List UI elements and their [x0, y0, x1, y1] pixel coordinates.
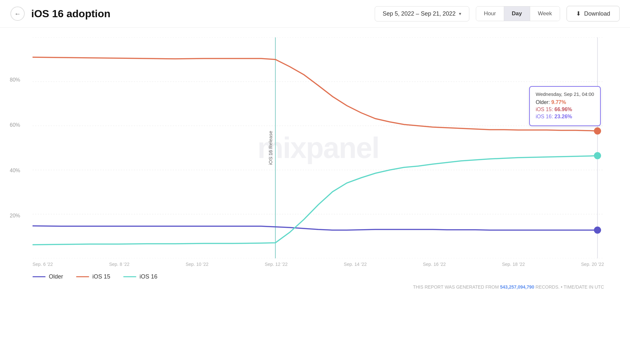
- y-label-20: 20%: [10, 213, 20, 219]
- download-button[interactable]: ⬇ Download: [567, 6, 620, 21]
- back-button[interactable]: ←: [10, 6, 25, 21]
- chart-svg: iOS 16 Release: [33, 37, 604, 258]
- footer-suffix: RECORDS. • TIME/DATE IN UTC: [535, 284, 604, 290]
- page-header: ← iOS 16 adoption Sep 5, 2022 – Sep 21, …: [0, 0, 630, 28]
- legend-item-older: Older: [33, 273, 63, 280]
- tooltip-ios15-value: 66.96%: [555, 107, 572, 112]
- granularity-hour-button[interactable]: Hour: [476, 6, 504, 21]
- page-title: iOS 16 adoption: [31, 8, 368, 20]
- download-icon: ⬇: [576, 10, 581, 17]
- x-label-1: Sep. 8 '22: [109, 262, 129, 267]
- date-range-label: Sep 5, 2022 – Sep 21, 2022: [383, 10, 456, 17]
- tooltip-ios16-row: iOS 16: 23.26%: [536, 114, 594, 120]
- tooltip-title: Wednesday, Sep 21, 04:00: [536, 91, 594, 97]
- x-label-0: Sep. 6 '22: [33, 262, 53, 267]
- x-label-3: Sep. 12 '22: [265, 262, 288, 267]
- granularity-day-button[interactable]: Day: [504, 6, 530, 21]
- legend-label-ios15: iOS 15: [92, 273, 110, 280]
- tooltip-older-value: 9.77%: [551, 99, 566, 105]
- x-label-7: Sep. 20 '22: [581, 262, 604, 267]
- chart-legend: Older iOS 15 iOS 16: [33, 267, 604, 283]
- granularity-week-button[interactable]: Week: [530, 6, 560, 21]
- svg-point-9: [594, 127, 601, 135]
- x-label-4: Sep. 14 '22: [344, 262, 367, 267]
- date-range-button[interactable]: Sep 5, 2022 – Sep 21, 2022 ▾: [375, 6, 469, 21]
- y-label-80: 80%: [10, 77, 20, 83]
- chevron-down-icon: ▾: [459, 11, 461, 16]
- svg-point-11: [594, 227, 601, 234]
- x-axis: Sep. 6 '22 Sep. 8 '22 Sep. 10 '22 Sep. 1…: [33, 258, 604, 267]
- tooltip-older-label: Older:: [536, 99, 550, 105]
- tooltip-ios16-label: iOS 16:: [536, 114, 553, 119]
- footer-records: 543,257,094,790: [500, 284, 534, 290]
- legend-line-older: [33, 276, 46, 277]
- x-label-5: Sep. 16 '22: [423, 262, 446, 267]
- legend-line-ios15: [76, 276, 89, 277]
- x-label-2: Sep. 10 '22: [186, 262, 208, 267]
- legend-item-ios15: iOS 15: [76, 273, 110, 280]
- legend-label-older: Older: [49, 273, 63, 280]
- svg-text:iOS 16 Release: iOS 16 Release: [268, 131, 273, 165]
- chart-area: 80% 60% 40% 20% mixpanel iOS 16 Release: [33, 37, 604, 258]
- chart-tooltip: Wednesday, Sep 21, 04:00 Older: 9.77% iO…: [529, 86, 601, 126]
- x-label-6: Sep. 18 '22: [502, 262, 525, 267]
- y-label-60: 60%: [10, 122, 20, 128]
- download-label: Download: [584, 10, 610, 17]
- legend-line-ios16: [123, 276, 136, 277]
- chart-container: 80% 60% 40% 20% mixpanel iOS 16 Release: [0, 28, 630, 281]
- tooltip-older-row: Older: 9.77%: [536, 99, 594, 105]
- legend-label-ios16: iOS 16: [140, 273, 157, 280]
- tooltip-ios16-value: 23.26%: [555, 114, 572, 119]
- y-label-40: 40%: [10, 168, 20, 174]
- tooltip-ios15-label: iOS 15:: [536, 107, 553, 112]
- granularity-group: Hour Day Week: [476, 6, 560, 21]
- y-axis: 80% 60% 40% 20%: [10, 37, 20, 258]
- svg-point-10: [594, 152, 601, 159]
- tooltip-ios15-row: iOS 15: 66.96%: [536, 107, 594, 112]
- footer-prefix: THIS REPORT WAS GENERATED FROM: [413, 284, 499, 290]
- legend-item-ios16: iOS 16: [123, 273, 157, 280]
